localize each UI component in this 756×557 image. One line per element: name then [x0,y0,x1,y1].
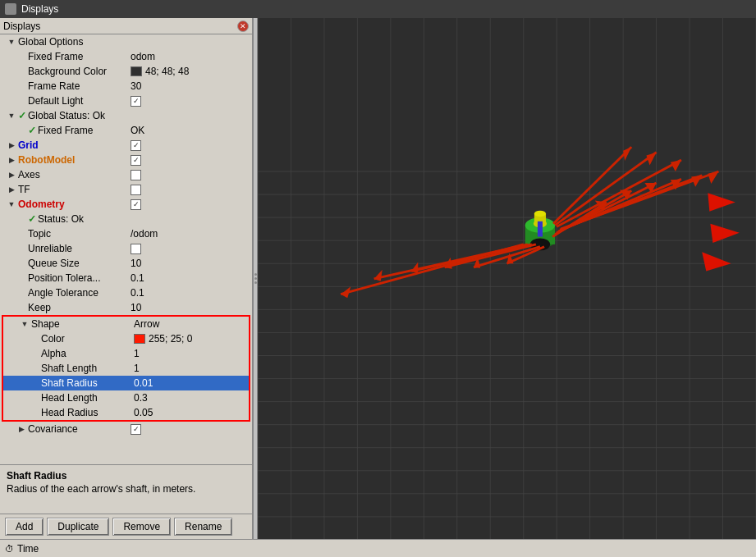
tree-row-queue-size[interactable]: Queue Size 10 [0,256,252,271]
tree-cell-value: 30 [127,80,252,92]
tree-cell-name: ▼ Odometry [0,199,127,210]
row-value: 30 [131,80,141,92]
checkbox-tf[interactable] [131,185,141,195]
left-panel: Displays ✕ ▼ Global Options Fixed Frame [0,18,253,539]
tree-row-background-color[interactable]: Background Color 48; 48; 48 [0,64,252,79]
tree-cell-value: 10 [127,258,252,269]
expand-icon[interactable]: ▼ [7,199,16,209]
check-icon: ✓ [28,213,36,225]
tree-cell-value [127,185,252,195]
tree-row-head-radius[interactable]: Head Radius 0.05 [3,405,249,420]
row-value: 10 [131,258,141,269]
tree-row-global-options[interactable]: ▼ Global Options [0,34,252,49]
checkbox-default-light[interactable] [131,96,141,107]
expand-icon [16,96,26,106]
row-value: odom [131,51,155,62]
row-label: Shaft Length [41,363,97,374]
tree-row-odometry[interactable]: ▼ Odometry [0,197,252,212]
tree-row-axes[interactable]: ▶ Axes [0,167,252,182]
tree-cell-name: Head Radius [3,407,131,418]
checkbox-unreliable[interactable] [131,244,141,254]
tree-row-covariance[interactable]: ▶ Covariance [0,422,252,436]
tree-cell-value: 1 [131,348,249,359]
row-value: OK [131,125,144,136]
tree-row-shape[interactable]: ▼ Shape Arrow [3,317,249,331]
row-value: 255; 25; 0 [149,333,192,345]
tree-row-global-status[interactable]: ▼ ✓ Global Status: Ok [0,108,252,123]
expand-icon[interactable]: ▶ [7,140,16,150]
3d-viewport[interactable] [258,18,756,539]
row-label: Unreliable [28,243,72,254]
expand-icon[interactable]: ▶ [7,170,16,180]
remove-button[interactable]: Remove [112,518,171,536]
tree-row-head-length[interactable]: Head Length 0.3 [3,390,249,405]
tree-row-status-ok[interactable]: ✓ Status: Ok [0,212,252,226]
tree-cell-name: Default Light [0,95,127,107]
expand-icon[interactable]: ▼ [20,319,30,329]
tree-row-topic[interactable]: Topic /odom [0,226,252,241]
row-label: Covariance [28,423,78,435]
checkbox-robot-model[interactable] [131,155,141,166]
tree-row-position-tolerance[interactable]: Position Tolera... 0.1 [0,271,252,285]
checkbox-odometry[interactable] [131,199,141,210]
row-value: 0.1 [131,272,144,284]
tree-row-shaft-length[interactable]: Shaft Length 1 [3,361,249,376]
tree-row-default-light[interactable]: Default Light [0,94,252,108]
expand-icon[interactable]: ▶ [7,185,16,194]
expand-icon [16,258,26,268]
tree-cell-value: 48; 48; 48 [127,66,252,77]
tree-cell-name: Shaft Radius [3,377,131,389]
tree-cell-name: ▶ TF [0,184,127,195]
tree-row-fixed-frame[interactable]: Fixed Frame odom [0,49,252,64]
tree-row-grid[interactable]: ▶ Grid [0,138,252,153]
tree-row-keep[interactable]: Keep 10 [0,300,252,315]
expand-icon[interactable]: ▶ [7,155,16,165]
color-swatch[interactable] [131,66,142,76]
checkbox-axes[interactable] [131,170,141,180]
button-bar: Add Duplicate Remove Rename [0,514,252,539]
tree-cell-value: 255; 25; 0 [131,333,249,345]
expand-icon [16,303,26,313]
row-value: 48; 48; 48 [145,66,189,77]
tree-row-frame-rate[interactable]: Frame Rate 30 [0,79,252,94]
checkbox-covariance[interactable] [131,424,141,435]
tree-cell-value [127,96,252,107]
tree-row-color[interactable]: Color 255; 25; 0 [3,331,249,346]
checkbox-grid[interactable] [131,140,141,151]
tree-cell-value [127,244,252,254]
tree-cell-value: 1 [131,363,249,374]
color-swatch-red[interactable] [134,334,145,344]
close-button[interactable]: ✕ [237,21,249,32]
row-label: Head Radius [41,407,98,418]
tree-cell-value: 0.01 [131,377,249,389]
expand-icon [16,214,26,224]
expand-icon [16,273,26,283]
tree-row-unreliable[interactable]: Unreliable [0,241,252,256]
row-label: Topic [28,228,51,240]
row-label: RobotModel [18,154,75,166]
tree-row-tf[interactable]: ▶ TF [0,182,252,197]
duplicate-button[interactable]: Duplicate [47,518,109,536]
rename-button[interactable]: Rename [174,518,232,536]
tree-row-shaft-radius[interactable]: Shaft Radius 0.01 [3,376,249,390]
panel-title: Displays [3,21,40,32]
tree-row-robot-model[interactable]: ▶ RobotModel [0,153,252,167]
tree-row-fixed-frame-ok[interactable]: ✓ Fixed Frame OK [0,123,252,138]
expand-icon[interactable]: ▼ [7,111,16,121]
tree-cell-name: Position Tolera... [0,272,127,284]
row-value: 1 [134,348,140,359]
tree-cell-name: Alpha [3,348,131,359]
expand-icon [30,349,39,358]
expand-icon [16,52,26,62]
tree-cell-value: Arrow [131,318,249,330]
add-button[interactable]: Add [5,518,44,536]
row-label: Fixed Frame [28,51,83,62]
tree-row-alpha[interactable]: Alpha 1 [3,346,249,361]
tree-row-angle-tolerance[interactable]: Angle Tolerance 0.1 [0,285,252,300]
check-icon: ✓ [28,125,36,136]
row-label: Frame Rate [28,80,80,92]
expand-icon[interactable]: ▼ [7,37,16,47]
time-label: Time [17,543,39,555]
row-label: Angle Tolerance [28,287,99,299]
expand-icon[interactable]: ▶ [16,424,26,434]
